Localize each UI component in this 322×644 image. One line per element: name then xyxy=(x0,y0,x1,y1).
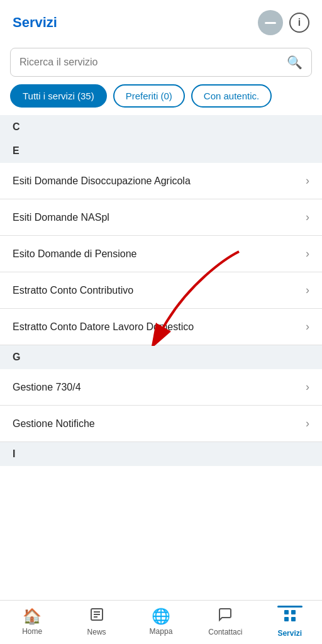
nav-mappa-label: Mappa xyxy=(150,627,173,636)
section-header-e: E xyxy=(0,139,322,163)
search-icon[interactable]: 🔍 xyxy=(287,55,303,70)
mappa-icon: 🌐 xyxy=(152,608,170,625)
list-item-label: Estratto Conto Contributivo xyxy=(13,285,133,296)
nav-contattaci-label: Contattaci xyxy=(208,628,242,636)
search-bar: 🔍 xyxy=(10,48,312,77)
svg-rect-8 xyxy=(291,617,296,621)
chevron-right-icon: › xyxy=(306,247,309,260)
user-avatar[interactable] xyxy=(258,10,283,35)
svg-rect-5 xyxy=(284,610,289,614)
list-item[interactable]: Esito Domande di Pensione › xyxy=(0,236,322,272)
servizi-icon xyxy=(282,608,297,627)
section-header-c: C xyxy=(0,115,322,139)
list-item-label: Estratto Conto Datore Lavoro Domestico xyxy=(13,321,194,333)
chevron-right-icon: › xyxy=(306,211,309,224)
list-item-label: Esito Domande di Pensione xyxy=(13,248,136,260)
list-item[interactable]: Gestione 730/4 › xyxy=(0,369,322,406)
news-icon xyxy=(89,607,104,626)
svg-rect-7 xyxy=(284,617,289,621)
list-item-label: Gestione 730/4 xyxy=(13,382,81,393)
list-item-label: Esiti Domande Disoccupazione Agricola xyxy=(13,175,191,187)
chevron-right-icon: › xyxy=(306,284,309,297)
filter-tabs-container: Tutti i servizi (35) Preferiti (0) Con a… xyxy=(0,84,322,115)
nav-home[interactable]: 🏠 Home xyxy=(13,608,51,636)
home-icon: 🏠 xyxy=(23,608,42,625)
chevron-right-icon: › xyxy=(306,174,309,187)
list-item[interactable]: Estratto Conto Datore Lavoro Domestico › xyxy=(0,309,322,345)
list-item-label: Gestione Notifiche xyxy=(13,418,95,430)
nav-active-indicator xyxy=(277,606,303,608)
nav-servizi[interactable]: Servizi xyxy=(271,606,309,638)
chevron-right-icon: › xyxy=(306,417,309,430)
app-header: Servizi i xyxy=(0,0,322,43)
chevron-right-icon: › xyxy=(306,380,309,394)
tab-all-services[interactable]: Tutti i servizi (35) xyxy=(10,84,107,108)
avatar-icon xyxy=(265,22,276,24)
info-button[interactable]: i xyxy=(289,13,309,33)
tab-favorites[interactable]: Preferiti (0) xyxy=(113,84,185,108)
chevron-right-icon: › xyxy=(306,320,309,333)
svg-rect-6 xyxy=(291,610,296,614)
bottom-nav: 🏠 Home News 🌐 Mappa Contattaci xyxy=(0,600,322,644)
nav-contattaci[interactable]: Contattaci xyxy=(206,607,244,636)
list-item[interactable]: Gestione Notifiche › xyxy=(0,406,322,442)
search-input[interactable] xyxy=(19,57,287,68)
list-item-label: Esiti Domande NASpl xyxy=(13,212,109,223)
list-item-estratto-conto[interactable]: Estratto Conto Contributivo › xyxy=(0,272,322,309)
section-header-i: I xyxy=(0,442,322,466)
nav-news[interactable]: News xyxy=(78,607,116,636)
page-title: Servizi xyxy=(13,14,57,31)
section-header-g: G xyxy=(0,345,322,369)
services-list: C E Esiti Domande Disoccupazione Agricol… xyxy=(0,115,322,516)
list-item[interactable]: Esiti Domande NASpl › xyxy=(0,199,322,236)
header-actions: i xyxy=(258,10,309,35)
nav-home-label: Home xyxy=(22,627,42,636)
list-item[interactable]: Esiti Domande Disoccupazione Agricola › xyxy=(0,163,322,199)
tab-authenticated[interactable]: Con autentic. xyxy=(191,84,272,108)
nav-servizi-label: Servizi xyxy=(277,629,302,638)
nav-news-label: News xyxy=(87,628,106,636)
contattaci-icon xyxy=(218,607,233,626)
nav-mappa[interactable]: 🌐 Mappa xyxy=(142,608,180,636)
